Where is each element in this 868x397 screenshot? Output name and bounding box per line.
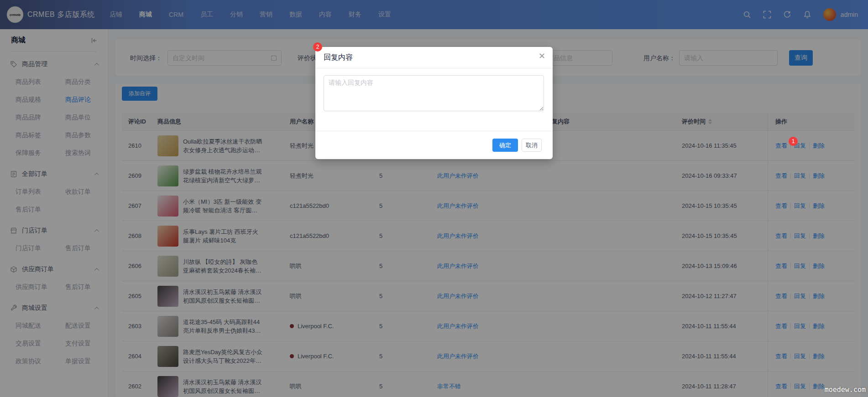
annotation-badge-1: 1	[789, 137, 798, 146]
watermark: moedew.com	[825, 386, 866, 394]
modal-title: 回复内容	[324, 53, 353, 62]
annotation-badge-2: 2	[313, 42, 322, 52]
reply-textarea[interactable]	[324, 75, 544, 111]
app-screen: crmeb CRMEB 多店版系统 店铺商城CRM员工分销营销数据内容财务设置 …	[0, 0, 868, 397]
reply-modal: 回复内容 ✕ 确定 取消	[315, 47, 553, 159]
modal-header: 回复内容 ✕	[315, 47, 553, 68]
cancel-button[interactable]: 取消	[522, 139, 542, 152]
close-icon[interactable]: ✕	[539, 52, 545, 60]
modal-footer: 确定 取消	[315, 131, 553, 159]
confirm-button[interactable]: 确定	[492, 139, 518, 152]
